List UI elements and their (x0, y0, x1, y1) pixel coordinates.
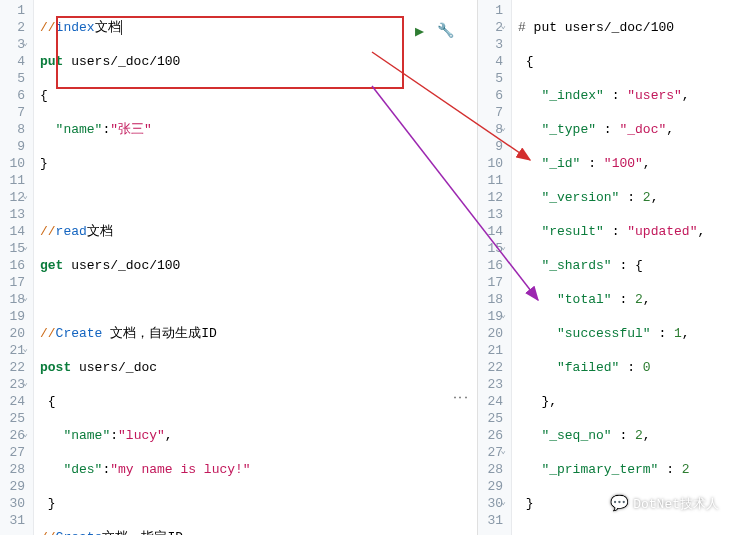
watermark: 💬 DotNet技术人 (610, 494, 719, 513)
comment-word: index (56, 20, 95, 35)
http-verb: put (40, 54, 63, 69)
wrench-icon[interactable]: 🔧 (437, 22, 454, 39)
right-gutter: 1234567891011121314151617181920212223242… (478, 0, 512, 535)
comment-slash: // (40, 20, 56, 35)
line-number: 1 (4, 2, 25, 19)
editor-split: 1234567891011121314151617181920212223242… (0, 0, 745, 535)
response-panel: 1234567891011121314151617181920212223242… (478, 0, 745, 535)
response-viewer[interactable]: # put users/_doc/100 { "_index" : "users… (512, 0, 745, 535)
request-editor[interactable]: //index文档 put users/_doc/100 { "name":"张… (34, 0, 477, 535)
more-icon[interactable]: ⋮ (450, 390, 468, 403)
left-gutter: 1234567891011121314151617181920212223242… (0, 0, 34, 535)
run-icon[interactable]: ▶ (415, 22, 424, 41)
text-cursor (121, 20, 122, 35)
response-header: put users/_doc/100 (534, 20, 674, 35)
wechat-icon: 💬 (610, 494, 629, 513)
request-panel: 1234567891011121314151617181920212223242… (0, 0, 478, 535)
